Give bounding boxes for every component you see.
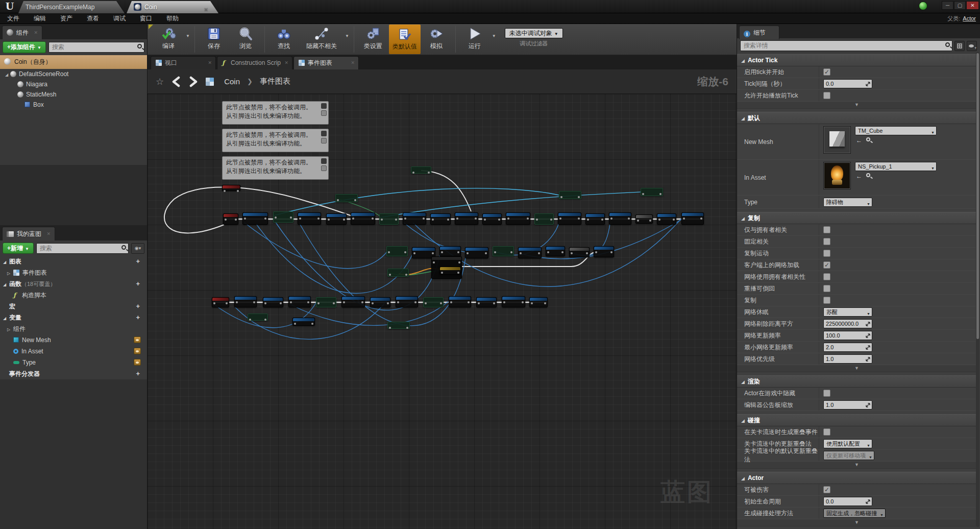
breadcrumb-current[interactable]: 事件图表 xyxy=(260,77,290,86)
favorite-star-icon[interactable]: ☆ xyxy=(156,76,164,87)
checkbox[interactable] xyxy=(823,92,830,99)
asset-picker-dropdown[interactable]: TM_Cube xyxy=(855,126,937,135)
graph-node[interactable] xyxy=(502,296,525,307)
graph-node[interactable] xyxy=(585,213,605,225)
graph-node[interactable] xyxy=(493,246,514,256)
components-search-input[interactable]: 搜索 xyxy=(48,42,144,53)
graph-tab-1[interactable]: ƒConstruction Scrip✕ xyxy=(217,56,292,69)
instance-editable-eye-icon[interactable] xyxy=(134,348,141,354)
menu-item-4[interactable]: 调试 xyxy=(106,13,133,24)
menu-item-3[interactable]: 查看 xyxy=(80,13,106,24)
component-tree-row[interactable]: StaticMesh xyxy=(0,89,147,100)
numeric-input[interactable]: 1.0 xyxy=(823,400,872,410)
tab-my-blueprint[interactable]: 我的蓝图 ✕ xyxy=(2,227,55,241)
close-button[interactable]: ✕ xyxy=(966,1,979,10)
expander-icon[interactable]: ◢ xyxy=(3,257,9,268)
graph-node[interactable] xyxy=(439,267,461,275)
class-settings-button[interactable]: 类设置 xyxy=(357,24,389,55)
graph-node[interactable] xyxy=(387,322,410,329)
details-search-input[interactable]: 搜索详情 xyxy=(740,40,952,51)
graph-node[interactable] xyxy=(223,213,238,225)
graph-node[interactable] xyxy=(529,297,548,307)
graph-node[interactable] xyxy=(569,247,590,257)
graph-node[interactable] xyxy=(335,194,358,202)
graph-node[interactable] xyxy=(609,212,631,225)
graph-node[interactable] xyxy=(351,212,375,225)
graph-node[interactable] xyxy=(635,214,653,224)
graph-node[interactable] xyxy=(222,185,240,191)
debug-object-dropdown[interactable]: 未选中调试对象▼ xyxy=(505,28,563,38)
compile-options-caret[interactable]: ▼ xyxy=(184,34,191,38)
dropdown-生成碰撞处理方法[interactable]: 固定生成，忽略碰撞 xyxy=(823,509,886,518)
instance-editable-eye-icon[interactable] xyxy=(134,336,141,343)
advanced-expander-button[interactable]: ▼ xyxy=(737,365,976,372)
menu-item-1[interactable]: 编辑 xyxy=(27,13,53,24)
add-new-button[interactable]: +新增▼ xyxy=(3,243,34,254)
checkbox[interactable] xyxy=(823,226,830,233)
graph-tab-0[interactable]: 视口✕ xyxy=(151,56,216,69)
my-blueprint-row-事件分发器[interactable]: 事件分发器+ xyxy=(0,368,147,379)
graph-node[interactable] xyxy=(641,188,663,196)
expander-icon[interactable]: ◢ xyxy=(3,279,9,291)
add-component-button[interactable]: +添加组件▼ xyxy=(3,41,46,53)
graph-node[interactable] xyxy=(212,297,229,307)
close-icon[interactable]: ✕ xyxy=(351,57,355,69)
disabled-node-warning[interactable]: 此节点被禁用，将不会被调用。从引脚连出引线来编译功能。 xyxy=(222,101,329,125)
section-header-复制[interactable]: ◢复制 xyxy=(737,212,976,224)
dropdown-Type[interactable]: 障碍物 xyxy=(823,198,872,207)
menu-item-0[interactable]: 文件 xyxy=(0,13,27,24)
play-button[interactable]: 运行 xyxy=(459,24,491,55)
use-selected-icon[interactable]: ← xyxy=(856,173,862,179)
graph-node[interactable] xyxy=(465,247,488,258)
graph-node[interactable] xyxy=(234,296,257,307)
graph-node[interactable] xyxy=(288,296,311,307)
checkbox-checked[interactable]: ✓ xyxy=(823,68,830,76)
find-button[interactable]: 查找 xyxy=(268,24,300,55)
graph-node[interactable] xyxy=(558,212,581,225)
compile-button[interactable]: 编译 xyxy=(153,24,184,55)
section-header-默认[interactable]: ◢默认 xyxy=(737,112,976,124)
graph-node[interactable] xyxy=(273,211,293,223)
simulate-button[interactable]: 模拟 xyxy=(421,24,452,55)
numeric-input[interactable]: 0.0 xyxy=(823,79,872,88)
checkbox[interactable] xyxy=(823,297,830,304)
my-blueprint-row-事件图表[interactable]: ▷事件图表 xyxy=(0,267,147,278)
browse-asset-icon[interactable] xyxy=(866,137,870,141)
graph-node[interactable] xyxy=(559,191,581,199)
graph-node[interactable] xyxy=(298,212,321,225)
checkbox[interactable] xyxy=(823,238,830,245)
add-button[interactable]: + xyxy=(136,301,140,312)
component-tree-row[interactable]: ◢DefaultSceneRoot xyxy=(0,69,147,79)
my-blueprint-row-函数[interactable]: ◢函数（18可覆盖）+ xyxy=(0,278,147,290)
numeric-input[interactable]: 1.0 xyxy=(823,354,872,364)
my-blueprint-row-In Asset[interactable]: In Asset xyxy=(0,346,147,357)
graph-node[interactable] xyxy=(263,297,283,307)
my-blueprint-row-变量[interactable]: ◢变量+ xyxy=(0,312,147,323)
tab-details[interactable]: i细节 xyxy=(739,26,779,39)
add-button[interactable]: + xyxy=(136,368,140,379)
graph-node[interactable] xyxy=(248,314,268,321)
graph-node[interactable] xyxy=(411,166,431,174)
graph-canvas[interactable]: 此节点被禁用，将不会被调用。从引脚连出引线来编译功能。此节点被禁用，将不会被调用… xyxy=(148,94,737,529)
tab-components[interactable]: 组件 ✕ xyxy=(2,26,42,39)
graph-node[interactable] xyxy=(476,297,497,307)
section-header-Actor[interactable]: ◢Actor xyxy=(737,472,976,484)
menu-item-6[interactable]: 帮助 xyxy=(159,13,186,24)
graph-node[interactable] xyxy=(482,213,502,225)
status-ball-icon[interactable] xyxy=(919,2,927,10)
visibility-filter-button[interactable]: ◉▾ xyxy=(131,243,144,254)
view-filter-button[interactable] xyxy=(967,41,977,51)
checkbox[interactable] xyxy=(823,250,830,257)
play-options-caret[interactable]: ▼ xyxy=(491,34,498,38)
parent-class-link[interactable]: Actor xyxy=(963,15,976,21)
add-button[interactable]: + xyxy=(136,278,140,290)
graph-node[interactable] xyxy=(439,246,461,256)
graph-node[interactable] xyxy=(387,269,409,277)
menu-item-2[interactable]: 资产 xyxy=(53,13,80,24)
breadcrumb-root[interactable]: Coin xyxy=(224,77,240,86)
graph-node[interactable] xyxy=(506,212,530,225)
graph-node[interactable] xyxy=(534,213,554,225)
numeric-input[interactable]: 2.0 xyxy=(823,343,872,352)
nav-forward-button[interactable] xyxy=(188,76,199,87)
component-tree-row[interactable]: Niagara xyxy=(0,79,147,89)
